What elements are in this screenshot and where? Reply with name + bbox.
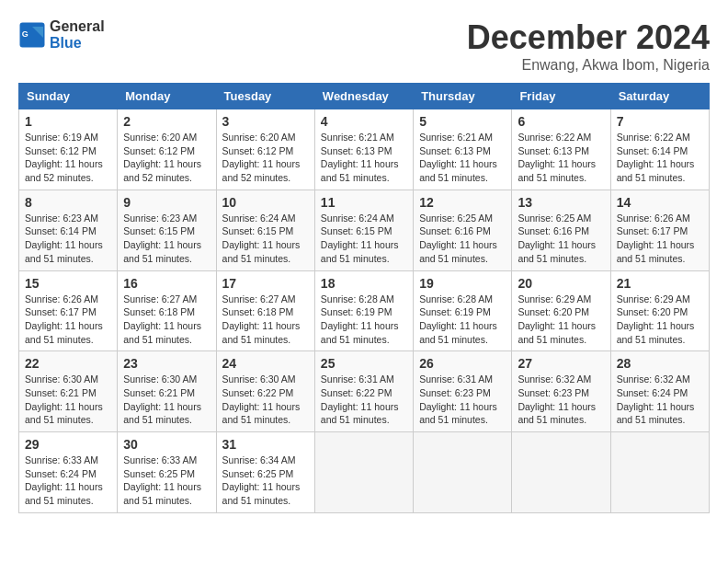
day-info: Sunrise: 6:24 AM Sunset: 6:15 PM Dayligh…	[222, 212, 309, 266]
calendar-week-1: 1 Sunrise: 6:19 AM Sunset: 6:12 PM Dayli…	[19, 109, 710, 190]
day-number: 24	[222, 356, 309, 371]
day-number: 7	[617, 114, 703, 129]
day-info: Sunrise: 6:19 AM Sunset: 6:12 PM Dayligh…	[25, 131, 111, 185]
day-number: 9	[123, 195, 210, 210]
svg-text:G: G	[22, 29, 28, 39]
day-number: 6	[518, 114, 604, 129]
calendar-cell: 7 Sunrise: 6:22 AM Sunset: 6:14 PM Dayli…	[610, 109, 709, 190]
calendar-cell: 28 Sunrise: 6:32 AM Sunset: 6:24 PM Dayl…	[610, 351, 709, 432]
calendar-cell: 11 Sunrise: 6:24 AM Sunset: 6:15 PM Dayl…	[314, 190, 413, 270]
day-number: 8	[25, 195, 111, 210]
month-title: December 2024	[467, 18, 710, 57]
day-number: 31	[222, 437, 309, 452]
col-wednesday: Wednesday	[314, 84, 413, 109]
calendar-cell: 18 Sunrise: 6:28 AM Sunset: 6:19 PM Dayl…	[314, 270, 413, 351]
day-number: 13	[518, 195, 604, 210]
day-info: Sunrise: 6:30 AM Sunset: 6:21 PM Dayligh…	[25, 373, 111, 427]
calendar-cell: 10 Sunrise: 6:24 AM Sunset: 6:15 PM Dayl…	[216, 190, 314, 270]
day-info: Sunrise: 6:22 AM Sunset: 6:13 PM Dayligh…	[518, 131, 604, 185]
col-sunday: Sunday	[19, 84, 118, 109]
calendar-cell: 26 Sunrise: 6:31 AM Sunset: 6:23 PM Dayl…	[414, 351, 512, 432]
day-info: Sunrise: 6:24 AM Sunset: 6:15 PM Dayligh…	[321, 212, 407, 266]
day-info: Sunrise: 6:31 AM Sunset: 6:23 PM Dayligh…	[419, 373, 506, 427]
calendar-cell: 29 Sunrise: 6:33 AM Sunset: 6:24 PM Dayl…	[19, 432, 118, 513]
header-row: Sunday Monday Tuesday Wednesday Thursday…	[19, 84, 710, 109]
day-info: Sunrise: 6:27 AM Sunset: 6:18 PM Dayligh…	[222, 293, 309, 347]
col-thursday: Thursday	[414, 84, 512, 109]
day-info: Sunrise: 6:30 AM Sunset: 6:22 PM Dayligh…	[222, 373, 309, 427]
calendar-cell: 31 Sunrise: 6:34 AM Sunset: 6:25 PM Dayl…	[216, 432, 314, 513]
logo-line2: Blue	[50, 35, 105, 52]
day-info: Sunrise: 6:28 AM Sunset: 6:19 PM Dayligh…	[321, 293, 407, 347]
calendar-cell: 4 Sunrise: 6:21 AM Sunset: 6:13 PM Dayli…	[314, 109, 413, 190]
day-number: 27	[518, 356, 604, 371]
calendar-cell: 5 Sunrise: 6:21 AM Sunset: 6:13 PM Dayli…	[414, 109, 512, 190]
day-info: Sunrise: 6:30 AM Sunset: 6:21 PM Dayligh…	[123, 373, 210, 427]
calendar-cell	[512, 432, 610, 513]
day-number: 19	[419, 276, 506, 291]
day-number: 15	[25, 276, 111, 291]
calendar-cell: 25 Sunrise: 6:31 AM Sunset: 6:22 PM Dayl…	[314, 351, 413, 432]
calendar-cell: 23 Sunrise: 6:30 AM Sunset: 6:21 PM Dayl…	[118, 351, 216, 432]
title-area: December 2024 Enwang, Akwa Ibom, Nigeria	[467, 18, 710, 74]
calendar-cell	[414, 432, 512, 513]
day-info: Sunrise: 6:25 AM Sunset: 6:16 PM Dayligh…	[518, 212, 604, 266]
logo: G General Blue	[18, 18, 105, 52]
day-number: 12	[419, 195, 506, 210]
day-number: 3	[222, 114, 309, 129]
day-info: Sunrise: 6:22 AM Sunset: 6:14 PM Dayligh…	[617, 131, 703, 185]
day-info: Sunrise: 6:23 AM Sunset: 6:15 PM Dayligh…	[123, 212, 210, 266]
day-info: Sunrise: 6:26 AM Sunset: 6:17 PM Dayligh…	[25, 293, 111, 347]
logo-icon: G	[18, 21, 46, 49]
calendar-cell: 20 Sunrise: 6:29 AM Sunset: 6:20 PM Dayl…	[512, 270, 610, 351]
calendar-cell: 14 Sunrise: 6:26 AM Sunset: 6:17 PM Dayl…	[610, 190, 709, 270]
day-number: 26	[419, 356, 506, 371]
day-info: Sunrise: 6:20 AM Sunset: 6:12 PM Dayligh…	[222, 131, 309, 185]
day-number: 22	[25, 356, 111, 371]
col-friday: Friday	[512, 84, 610, 109]
day-info: Sunrise: 6:20 AM Sunset: 6:12 PM Dayligh…	[123, 131, 210, 185]
day-number: 23	[123, 356, 210, 371]
day-number: 10	[222, 195, 309, 210]
day-number: 1	[25, 114, 111, 129]
calendar-cell: 2 Sunrise: 6:20 AM Sunset: 6:12 PM Dayli…	[118, 109, 216, 190]
day-info: Sunrise: 6:32 AM Sunset: 6:23 PM Dayligh…	[518, 373, 604, 427]
calendar-week-4: 22 Sunrise: 6:30 AM Sunset: 6:21 PM Dayl…	[19, 351, 710, 432]
day-number: 4	[321, 114, 407, 129]
calendar-table: Sunday Monday Tuesday Wednesday Thursday…	[18, 83, 710, 513]
day-info: Sunrise: 6:33 AM Sunset: 6:25 PM Dayligh…	[123, 454, 210, 508]
calendar-cell: 27 Sunrise: 6:32 AM Sunset: 6:23 PM Dayl…	[512, 351, 610, 432]
location-subtitle: Enwang, Akwa Ibom, Nigeria	[467, 57, 710, 74]
day-info: Sunrise: 6:31 AM Sunset: 6:22 PM Dayligh…	[321, 373, 407, 427]
day-number: 2	[123, 114, 210, 129]
day-number: 17	[222, 276, 309, 291]
calendar-cell: 13 Sunrise: 6:25 AM Sunset: 6:16 PM Dayl…	[512, 190, 610, 270]
day-info: Sunrise: 6:21 AM Sunset: 6:13 PM Dayligh…	[419, 131, 506, 185]
calendar-cell: 8 Sunrise: 6:23 AM Sunset: 6:14 PM Dayli…	[19, 190, 118, 270]
day-number: 18	[321, 276, 407, 291]
day-number: 11	[321, 195, 407, 210]
day-number: 30	[123, 437, 210, 452]
calendar-cell: 9 Sunrise: 6:23 AM Sunset: 6:15 PM Dayli…	[118, 190, 216, 270]
day-number: 29	[25, 437, 111, 452]
calendar-week-2: 8 Sunrise: 6:23 AM Sunset: 6:14 PM Dayli…	[19, 190, 710, 270]
day-info: Sunrise: 6:29 AM Sunset: 6:20 PM Dayligh…	[518, 293, 604, 347]
day-number: 5	[419, 114, 506, 129]
calendar-cell: 30 Sunrise: 6:33 AM Sunset: 6:25 PM Dayl…	[118, 432, 216, 513]
day-info: Sunrise: 6:32 AM Sunset: 6:24 PM Dayligh…	[617, 373, 703, 427]
calendar-cell: 1 Sunrise: 6:19 AM Sunset: 6:12 PM Dayli…	[19, 109, 118, 190]
day-info: Sunrise: 6:25 AM Sunset: 6:16 PM Dayligh…	[419, 212, 506, 266]
calendar-cell: 3 Sunrise: 6:20 AM Sunset: 6:12 PM Dayli…	[216, 109, 314, 190]
day-info: Sunrise: 6:23 AM Sunset: 6:14 PM Dayligh…	[25, 212, 111, 266]
calendar-cell	[314, 432, 413, 513]
day-number: 14	[617, 195, 703, 210]
col-saturday: Saturday	[610, 84, 709, 109]
header: G General Blue December 2024 Enwang, Akw…	[18, 18, 710, 74]
day-info: Sunrise: 6:21 AM Sunset: 6:13 PM Dayligh…	[321, 131, 407, 185]
day-info: Sunrise: 6:28 AM Sunset: 6:19 PM Dayligh…	[419, 293, 506, 347]
day-number: 20	[518, 276, 604, 291]
calendar-cell: 6 Sunrise: 6:22 AM Sunset: 6:13 PM Dayli…	[512, 109, 610, 190]
day-info: Sunrise: 6:27 AM Sunset: 6:18 PM Dayligh…	[123, 293, 210, 347]
day-number: 25	[321, 356, 407, 371]
calendar-week-3: 15 Sunrise: 6:26 AM Sunset: 6:17 PM Dayl…	[19, 270, 710, 351]
